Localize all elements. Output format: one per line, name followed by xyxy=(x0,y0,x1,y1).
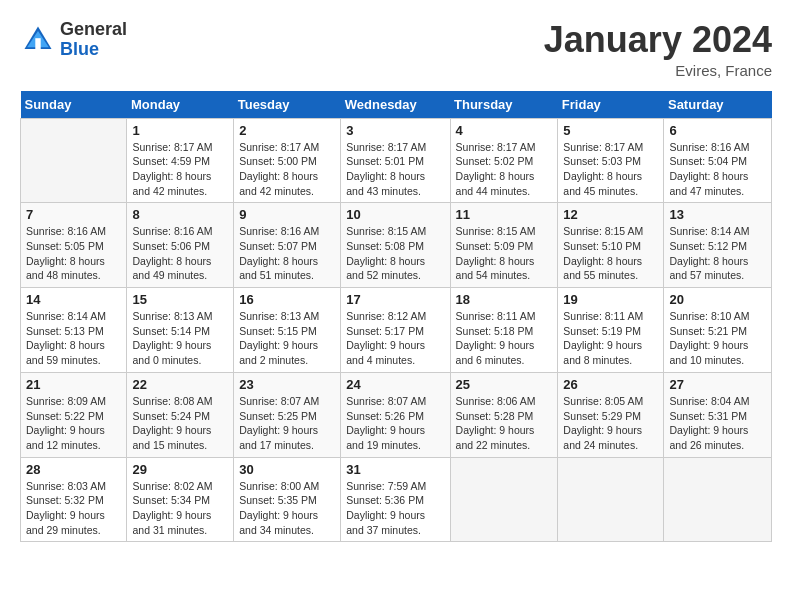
cell-week4-day6 xyxy=(664,457,772,542)
calendar-table: Sunday Monday Tuesday Wednesday Thursday… xyxy=(20,91,772,543)
cell-week1-day1: 8Sunrise: 8:16 AM Sunset: 5:06 PM Daylig… xyxy=(127,203,234,288)
cell-week4-day4 xyxy=(450,457,558,542)
col-tuesday: Tuesday xyxy=(234,91,341,119)
header: General Blue January 2024 Evires, France xyxy=(20,20,772,79)
cell-week2-day3: 17Sunrise: 8:12 AM Sunset: 5:17 PM Dayli… xyxy=(341,288,450,373)
day-number: 28 xyxy=(26,462,121,477)
day-info: Sunrise: 8:16 AM Sunset: 5:04 PM Dayligh… xyxy=(669,140,766,199)
day-number: 5 xyxy=(563,123,658,138)
day-number: 13 xyxy=(669,207,766,222)
day-number: 21 xyxy=(26,377,121,392)
day-info: Sunrise: 8:17 AM Sunset: 5:03 PM Dayligh… xyxy=(563,140,658,199)
cell-week4-day2: 30Sunrise: 8:00 AM Sunset: 5:35 PM Dayli… xyxy=(234,457,341,542)
day-info: Sunrise: 8:10 AM Sunset: 5:21 PM Dayligh… xyxy=(669,309,766,368)
day-number: 30 xyxy=(239,462,335,477)
day-number: 27 xyxy=(669,377,766,392)
day-info: Sunrise: 8:16 AM Sunset: 5:05 PM Dayligh… xyxy=(26,224,121,283)
day-info: Sunrise: 8:13 AM Sunset: 5:15 PM Dayligh… xyxy=(239,309,335,368)
day-info: Sunrise: 8:15 AM Sunset: 5:10 PM Dayligh… xyxy=(563,224,658,283)
day-number: 12 xyxy=(563,207,658,222)
cell-week1-day3: 10Sunrise: 8:15 AM Sunset: 5:08 PM Dayli… xyxy=(341,203,450,288)
day-info: Sunrise: 8:12 AM Sunset: 5:17 PM Dayligh… xyxy=(346,309,444,368)
day-info: Sunrise: 8:17 AM Sunset: 5:02 PM Dayligh… xyxy=(456,140,553,199)
cell-week3-day2: 23Sunrise: 8:07 AM Sunset: 5:25 PM Dayli… xyxy=(234,372,341,457)
cell-week1-day0: 7Sunrise: 8:16 AM Sunset: 5:05 PM Daylig… xyxy=(21,203,127,288)
week-row-4: 28Sunrise: 8:03 AM Sunset: 5:32 PM Dayli… xyxy=(21,457,772,542)
day-number: 3 xyxy=(346,123,444,138)
day-info: Sunrise: 8:07 AM Sunset: 5:26 PM Dayligh… xyxy=(346,394,444,453)
col-sunday: Sunday xyxy=(21,91,127,119)
week-row-0: 1Sunrise: 8:17 AM Sunset: 4:59 PM Daylig… xyxy=(21,118,772,203)
day-info: Sunrise: 8:14 AM Sunset: 5:13 PM Dayligh… xyxy=(26,309,121,368)
calendar-title: January 2024 xyxy=(544,20,772,60)
day-info: Sunrise: 8:16 AM Sunset: 5:07 PM Dayligh… xyxy=(239,224,335,283)
logo: General Blue xyxy=(20,20,127,60)
day-info: Sunrise: 8:17 AM Sunset: 5:00 PM Dayligh… xyxy=(239,140,335,199)
cell-week4-day0: 28Sunrise: 8:03 AM Sunset: 5:32 PM Dayli… xyxy=(21,457,127,542)
logo-text: General Blue xyxy=(60,20,127,60)
cell-week2-day0: 14Sunrise: 8:14 AM Sunset: 5:13 PM Dayli… xyxy=(21,288,127,373)
cell-week0-day0 xyxy=(21,118,127,203)
week-row-2: 14Sunrise: 8:14 AM Sunset: 5:13 PM Dayli… xyxy=(21,288,772,373)
day-info: Sunrise: 8:00 AM Sunset: 5:35 PM Dayligh… xyxy=(239,479,335,538)
cell-week4-day5 xyxy=(558,457,664,542)
day-number: 2 xyxy=(239,123,335,138)
day-number: 18 xyxy=(456,292,553,307)
day-number: 8 xyxy=(132,207,228,222)
day-info: Sunrise: 8:08 AM Sunset: 5:24 PM Dayligh… xyxy=(132,394,228,453)
cell-week3-day6: 27Sunrise: 8:04 AM Sunset: 5:31 PM Dayli… xyxy=(664,372,772,457)
day-number: 11 xyxy=(456,207,553,222)
cell-week2-day6: 20Sunrise: 8:10 AM Sunset: 5:21 PM Dayli… xyxy=(664,288,772,373)
col-wednesday: Wednesday xyxy=(341,91,450,119)
cell-week0-day5: 5Sunrise: 8:17 AM Sunset: 5:03 PM Daylig… xyxy=(558,118,664,203)
day-info: Sunrise: 8:13 AM Sunset: 5:14 PM Dayligh… xyxy=(132,309,228,368)
day-number: 15 xyxy=(132,292,228,307)
cell-week1-day5: 12Sunrise: 8:15 AM Sunset: 5:10 PM Dayli… xyxy=(558,203,664,288)
day-info: Sunrise: 7:59 AM Sunset: 5:36 PM Dayligh… xyxy=(346,479,444,538)
cell-week3-day1: 22Sunrise: 8:08 AM Sunset: 5:24 PM Dayli… xyxy=(127,372,234,457)
calendar-subtitle: Evires, France xyxy=(544,62,772,79)
day-number: 16 xyxy=(239,292,335,307)
day-info: Sunrise: 8:02 AM Sunset: 5:34 PM Dayligh… xyxy=(132,479,228,538)
day-info: Sunrise: 8:07 AM Sunset: 5:25 PM Dayligh… xyxy=(239,394,335,453)
col-thursday: Thursday xyxy=(450,91,558,119)
col-saturday: Saturday xyxy=(664,91,772,119)
cell-week3-day3: 24Sunrise: 8:07 AM Sunset: 5:26 PM Dayli… xyxy=(341,372,450,457)
day-number: 31 xyxy=(346,462,444,477)
cell-week0-day4: 4Sunrise: 8:17 AM Sunset: 5:02 PM Daylig… xyxy=(450,118,558,203)
day-number: 4 xyxy=(456,123,553,138)
title-block: January 2024 Evires, France xyxy=(544,20,772,79)
day-number: 26 xyxy=(563,377,658,392)
day-number: 10 xyxy=(346,207,444,222)
cell-week2-day4: 18Sunrise: 8:11 AM Sunset: 5:18 PM Dayli… xyxy=(450,288,558,373)
day-number: 7 xyxy=(26,207,121,222)
day-number: 14 xyxy=(26,292,121,307)
day-number: 29 xyxy=(132,462,228,477)
day-number: 6 xyxy=(669,123,766,138)
day-number: 17 xyxy=(346,292,444,307)
logo-blue-text: Blue xyxy=(60,40,127,60)
cell-week3-day4: 25Sunrise: 8:06 AM Sunset: 5:28 PM Dayli… xyxy=(450,372,558,457)
day-number: 20 xyxy=(669,292,766,307)
cell-week0-day2: 2Sunrise: 8:17 AM Sunset: 5:00 PM Daylig… xyxy=(234,118,341,203)
col-friday: Friday xyxy=(558,91,664,119)
day-number: 25 xyxy=(456,377,553,392)
day-number: 23 xyxy=(239,377,335,392)
day-info: Sunrise: 8:15 AM Sunset: 5:08 PM Dayligh… xyxy=(346,224,444,283)
day-info: Sunrise: 8:16 AM Sunset: 5:06 PM Dayligh… xyxy=(132,224,228,283)
cell-week3-day0: 21Sunrise: 8:09 AM Sunset: 5:22 PM Dayli… xyxy=(21,372,127,457)
day-info: Sunrise: 8:05 AM Sunset: 5:29 PM Dayligh… xyxy=(563,394,658,453)
day-info: Sunrise: 8:04 AM Sunset: 5:31 PM Dayligh… xyxy=(669,394,766,453)
day-info: Sunrise: 8:17 AM Sunset: 4:59 PM Dayligh… xyxy=(132,140,228,199)
cell-week2-day1: 15Sunrise: 8:13 AM Sunset: 5:14 PM Dayli… xyxy=(127,288,234,373)
cell-week0-day3: 3Sunrise: 8:17 AM Sunset: 5:01 PM Daylig… xyxy=(341,118,450,203)
svg-rect-2 xyxy=(35,38,40,49)
day-number: 1 xyxy=(132,123,228,138)
day-info: Sunrise: 8:09 AM Sunset: 5:22 PM Dayligh… xyxy=(26,394,121,453)
day-info: Sunrise: 8:03 AM Sunset: 5:32 PM Dayligh… xyxy=(26,479,121,538)
cell-week1-day4: 11Sunrise: 8:15 AM Sunset: 5:09 PM Dayli… xyxy=(450,203,558,288)
cell-week1-day2: 9Sunrise: 8:16 AM Sunset: 5:07 PM Daylig… xyxy=(234,203,341,288)
day-info: Sunrise: 8:17 AM Sunset: 5:01 PM Dayligh… xyxy=(346,140,444,199)
day-info: Sunrise: 8:11 AM Sunset: 5:18 PM Dayligh… xyxy=(456,309,553,368)
logo-general-text: General xyxy=(60,20,127,40)
